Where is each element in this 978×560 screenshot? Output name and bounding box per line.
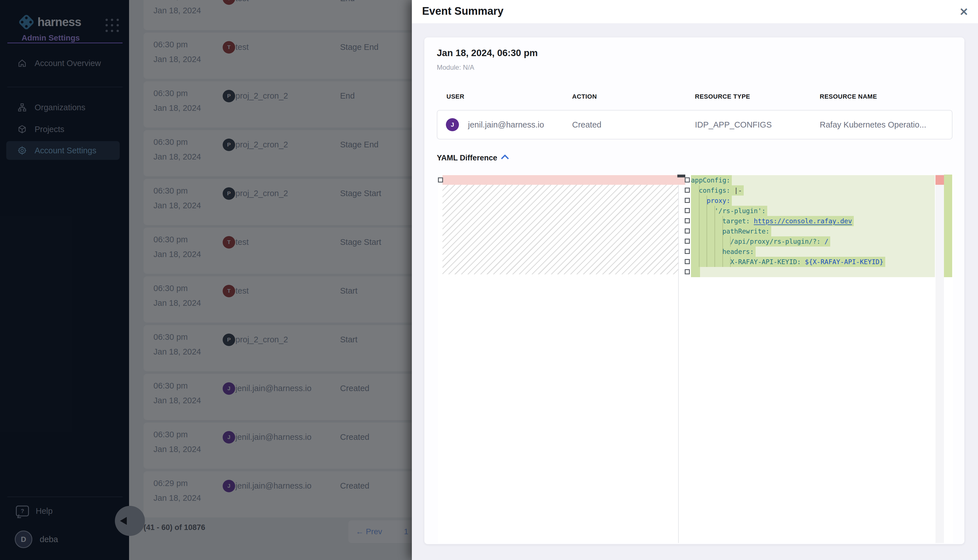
- code-line: target: https://console.rafay.dev: [691, 216, 935, 226]
- indent-guide: [714, 257, 715, 267]
- yaml-difference-label: YAML Difference: [437, 153, 497, 162]
- code-line: configs: |-: [691, 185, 935, 195]
- diff-line-gutter-marker: [685, 259, 690, 264]
- code-line: /api/proxy/rs-plugin/?: /: [691, 237, 935, 247]
- indent-guide: [699, 257, 699, 267]
- diff-line-gutter-marker: [685, 249, 690, 254]
- indent-guide: [714, 237, 715, 247]
- code-line: pathRewrite:: [691, 226, 935, 237]
- close-icon[interactable]: ✕: [958, 5, 970, 19]
- diff-line-gutter-marker: [685, 269, 690, 274]
- code-token: configs:: [691, 187, 734, 194]
- diff-pane-divider: [678, 175, 679, 543]
- column-header-action: ACTION: [572, 93, 597, 100]
- yaml-difference-toggle[interactable]: YAML Difference: [437, 153, 508, 162]
- code-line: proxy:: [691, 195, 935, 206]
- indent-guide: [722, 247, 723, 257]
- indent-guide: [714, 247, 715, 257]
- code-token: /: [824, 238, 829, 245]
- event-resource-name: Rafay Kubernetes Operatio...: [820, 120, 926, 130]
- indent-guide: [699, 185, 699, 195]
- diff-line-gutter-marker: [685, 188, 690, 193]
- column-header-resource-name: RESOURCE NAME: [820, 93, 877, 100]
- diff-ruler-added-marker: [944, 175, 952, 277]
- diff-removed-line: [443, 175, 685, 185]
- indent-guide: [714, 226, 715, 237]
- indent-guide: [699, 195, 699, 206]
- indent-guide: [722, 226, 723, 237]
- indent-guide: [699, 247, 699, 257]
- drawer-title: Event Summary: [422, 5, 503, 17]
- drawer-header: Event Summary ✕: [412, 0, 978, 23]
- yaml-diff-editor[interactable]: appConfig: configs: |- proxy: '/rs-plugi…: [438, 175, 953, 543]
- indent-guide: [730, 237, 731, 247]
- code-token: proxy:: [707, 197, 730, 204]
- code-line: headers:: [691, 247, 935, 257]
- diff-empty-hatch-region: [443, 185, 678, 274]
- event-datetime: Jan 18, 2024, 06:30 pm: [437, 48, 538, 58]
- diff-line-gutter-marker: [685, 208, 690, 213]
- diff-left-gutter-marker: [438, 177, 443, 183]
- event-module: Module: N/A: [437, 63, 474, 72]
- code-token: '/rs-plugin':: [691, 207, 766, 215]
- app-root: 06:30 pmJan 18, 2024TtestEnd06:30 pmJan …: [0, 0, 978, 560]
- indent-guide: [699, 237, 699, 247]
- code-token: /api/proxy/rs-plugin/?:: [691, 238, 824, 245]
- indent-guide: [707, 206, 707, 216]
- event-resource-type: IDP_APP_CONFIGS: [695, 120, 772, 130]
- indent-guide: [714, 206, 715, 216]
- indent-guide: [730, 257, 731, 267]
- column-header-resource-type: RESOURCE TYPE: [695, 93, 750, 100]
- indent-guide: [699, 206, 699, 216]
- code-line: appConfig:: [691, 175, 935, 185]
- chevron-up-icon: [501, 155, 509, 162]
- diff-added-code: appConfig: configs: |- proxy: '/rs-plugi…: [691, 175, 935, 543]
- indent-guide: [707, 226, 707, 237]
- code-link[interactable]: https://console.rafay.dev: [754, 217, 852, 225]
- indent-guide: [707, 237, 707, 247]
- diff-cursor-marker: [677, 175, 685, 177]
- code-token: appConfig:: [691, 177, 730, 184]
- indent-guide: [707, 247, 707, 257]
- indent-guide: [699, 216, 699, 226]
- indent-guide: [722, 257, 723, 267]
- diff-line-gutter-marker: [685, 218, 690, 223]
- event-detail-row: J jenil.jain@harness.io Created IDP_APP_…: [437, 110, 953, 140]
- indent-guide: [714, 216, 715, 226]
- modal-overlay[interactable]: [0, 0, 412, 560]
- indent-guide: [699, 226, 699, 237]
- diff-line-gutter-marker: [685, 198, 690, 203]
- indent-guide: [707, 216, 707, 226]
- code-token: ${X-RAFAY-API-KEYID}: [805, 258, 884, 265]
- diff-overview-ruler[interactable]: [935, 175, 944, 543]
- event-user: jenil.jain@harness.io: [468, 120, 544, 130]
- event-summary-drawer: Event Summary ✕ Jan 18, 2024, 06:30 pm M…: [412, 0, 978, 560]
- diff-line-gutter-marker: [685, 228, 690, 233]
- event-user-avatar: J: [446, 118, 459, 131]
- diff-ruler-removed-marker: [935, 175, 944, 185]
- diff-line-gutter-marker: [685, 177, 690, 183]
- code-token: X-RAFAY-API-KEYID:: [691, 258, 805, 265]
- indent-guide: [707, 257, 707, 267]
- indent-guide: [722, 237, 723, 247]
- code-token: pathRewrite:: [691, 228, 769, 235]
- column-header-user: USER: [446, 93, 464, 100]
- event-summary-card: Jan 18, 2024, 06:30 pm Module: N/A USER …: [424, 37, 965, 544]
- code-line: '/rs-plugin':: [691, 206, 935, 216]
- diff-line-gutter-marker: [685, 238, 690, 244]
- indent-guide: [722, 216, 723, 226]
- code-token: |-: [734, 187, 742, 194]
- event-action: Created: [572, 120, 601, 130]
- code-line: X-RAFAY-API-KEYID: ${X-RAFAY-API-KEYID}: [691, 257, 935, 267]
- code-line: [691, 267, 935, 277]
- indent-guide: [707, 195, 707, 206]
